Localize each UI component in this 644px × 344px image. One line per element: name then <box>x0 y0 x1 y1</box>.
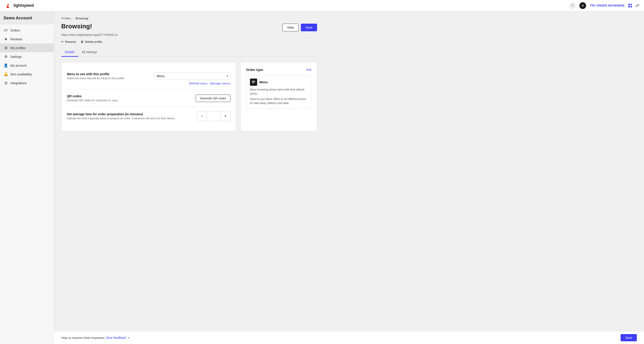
order-type-name: Menu <box>260 80 268 84</box>
order-type-note: Head to your Back Office to set differen… <box>250 97 308 105</box>
tab-all-settings[interactable]: All settings <box>78 48 101 57</box>
sidebar-item-label: Integrations <box>10 81 27 85</box>
prep-time-section: Set average time for order preparation (… <box>67 107 230 126</box>
menu-select[interactable]: Menu <box>154 72 230 80</box>
apps-grid-icon[interactable] <box>628 4 632 8</box>
app-layout: Demo Account 🏷 Orders ★ Reviews ⊞ My pro… <box>0 0 644 344</box>
order-type-item-header: Menu <box>250 78 308 86</box>
breadcrumb: Profiles › Browsing! <box>61 17 317 20</box>
delete-label: Delete profile <box>85 40 102 44</box>
menu-labels: Menu to use with this profile Select the… <box>67 72 124 80</box>
tabs: Details All settings <box>61 48 317 57</box>
reviews-icon: ★ <box>4 37 8 41</box>
menu-type-icon <box>250 78 257 86</box>
page-title: Browsing! <box>61 23 92 30</box>
sidebar-item-label: Settings <box>10 55 22 58</box>
account-avatar[interactable]: A <box>579 2 586 9</box>
sidebar-item-integrations[interactable]: ⊟ Integrations <box>0 78 54 87</box>
help-icon[interactable]: ? <box>569 2 576 9</box>
view-button[interactable]: View <box>282 24 298 31</box>
prep-sublabel: Indicate the time it typically takes to … <box>67 117 176 120</box>
main-content: Profiles › Browsing! Browsing! View Save… <box>54 11 644 344</box>
svg-rect-0 <box>252 81 255 81</box>
refresh-menu-button[interactable]: Refresh menu <box>189 82 208 85</box>
sidebar: Demo Account 🏷 Orders ★ Reviews ⊞ My pro… <box>0 11 54 344</box>
footer-text: Help us improve Order Anywhere: <box>61 336 105 340</box>
footer-text-area: Help us improve Order Anywhere: Give fee… <box>61 336 130 340</box>
sidebar-item-label: My profiles <box>10 46 26 50</box>
logo-text: lightspeed <box>14 3 34 8</box>
copy-url-icon[interactable]: ⧉ <box>115 33 117 36</box>
delete-profile-button[interactable]: 🗑 Delete profile <box>80 40 102 44</box>
save-button-top[interactable]: Save <box>301 24 317 31</box>
footer-bar: Help us improve Order Anywhere: Give fee… <box>54 331 644 344</box>
qr-section: QR codes Generate QR codes for customers… <box>67 90 230 107</box>
order-type-card: Order type Edit Me <box>240 62 317 131</box>
menu-section: Menu to use with this profile Select the… <box>67 68 230 90</box>
menu-sublabel: Select the menu that will be linked to t… <box>67 77 124 80</box>
svg-rect-1 <box>252 82 255 82</box>
give-feedback-link[interactable]: Give feedback <box>106 336 126 340</box>
tab-details[interactable]: Details <box>61 48 78 57</box>
top-nav-right: ? A TRY ORDER ANYWHERE ☍ <box>569 2 640 9</box>
prep-labels: Set average time for order preparation (… <box>67 112 176 120</box>
my-account-icon: 👤 <box>4 63 8 68</box>
sidebar-nav: 🏷 Orders ★ Reviews ⊞ My profiles ⚙ Setti… <box>0 24 54 89</box>
rename-label: Rename <box>65 40 76 44</box>
prep-time-stepper: − + <box>197 111 230 121</box>
manage-menus-button[interactable]: Manage menus <box>210 82 230 85</box>
qr-row: QR codes Generate QR codes for customers… <box>67 94 230 102</box>
save-button-bottom[interactable]: Save <box>620 334 637 341</box>
order-type-header: Order type Edit <box>246 68 312 72</box>
order-type-description: Menu browsing shows items with their def… <box>250 88 308 96</box>
order-type-edit-button[interactable]: Edit <box>306 68 312 71</box>
profile-actions: ✏ Rename 🗑 Delete profile <box>61 40 317 44</box>
lightspeed-logo-icon[interactable] <box>4 2 12 9</box>
sidebar-item-label: My account <box>10 64 26 67</box>
item-availability-icon: 🔔 <box>4 72 8 76</box>
content-grid: Menu to use with this profile Select the… <box>61 62 317 131</box>
generate-qr-button[interactable]: Generate QR codes <box>196 94 230 102</box>
sidebar-item-reviews[interactable]: ★ Reviews <box>0 35 54 44</box>
prep-row: Set average time for order preparation (… <box>67 111 230 121</box>
header-actions: View Save <box>282 24 317 31</box>
user-profile-icon[interactable]: ☍ <box>636 3 640 8</box>
menu-select-wrapper: Menu ▾ <box>154 72 230 80</box>
orders-icon: 🏷 <box>4 28 8 32</box>
my-profiles-icon: ⊞ <box>4 46 8 50</box>
top-nav: lightspeed ? A TRY ORDER ANYWHERE ☍ <box>0 0 644 11</box>
account-name: Demo Account <box>4 16 50 20</box>
account-header: Demo Account <box>0 11 54 24</box>
rename-icon: ✏ <box>61 40 64 44</box>
main-inner: Profiles › Browsing! Browsing! View Save… <box>54 11 324 137</box>
sidebar-item-my-account[interactable]: 👤 My account <box>0 61 54 70</box>
breadcrumb-separator: › <box>73 17 74 20</box>
breadcrumb-current: Browsing! <box>76 17 88 20</box>
external-link-icon: ↗ <box>128 336 130 339</box>
url-text: https://trial.mylightspeed.app/GTYFMSSI <box>61 33 114 36</box>
page-header: Browsing! View Save <box>61 23 317 31</box>
sidebar-item-my-profiles[interactable]: ⊞ My profiles <box>0 44 54 52</box>
svg-rect-2 <box>252 82 254 83</box>
sidebar-item-settings[interactable]: ⚙ Settings <box>0 52 54 61</box>
integrations-icon: ⊟ <box>4 81 8 85</box>
details-card: Menu to use with this profile Select the… <box>61 62 236 131</box>
sidebar-item-label: Reviews <box>10 37 22 41</box>
prep-time-input[interactable] <box>207 111 220 121</box>
rename-button[interactable]: ✏ Rename <box>61 40 76 44</box>
settings-icon: ⚙ <box>4 54 8 59</box>
decrement-button[interactable]: − <box>197 111 207 121</box>
qr-sublabel: Generate QR codes for customers to scan. <box>67 99 118 102</box>
try-order-anywhere-button[interactable]: TRY ORDER ANYWHERE <box>590 4 625 7</box>
qr-label: QR codes <box>67 94 118 98</box>
increment-button[interactable]: + <box>220 111 230 121</box>
sidebar-item-orders[interactable]: 🏷 Orders <box>0 26 54 35</box>
order-type-item: Menu Menu browsing shows items with thei… <box>246 75 312 108</box>
prep-label: Set average time for order preparation (… <box>67 112 176 116</box>
sidebar-item-label: Orders <box>10 28 20 32</box>
refresh-manage-links: Refresh menu Manage menus <box>67 82 230 85</box>
menu-form-row: Menu to use with this profile Select the… <box>67 72 230 80</box>
sidebar-item-item-availability[interactable]: 🔔 Item availability <box>0 70 54 78</box>
qr-labels: QR codes Generate QR codes for customers… <box>67 94 118 102</box>
breadcrumb-profiles[interactable]: Profiles <box>61 17 71 20</box>
